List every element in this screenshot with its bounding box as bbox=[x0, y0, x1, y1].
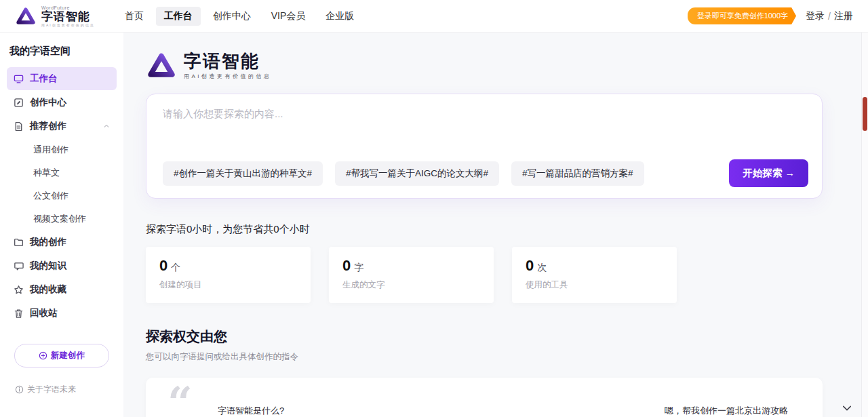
stat-label: 创建的项目 bbox=[159, 279, 297, 291]
promo-button[interactable]: 登录即可享免费创作1000字 bbox=[688, 7, 796, 24]
nav-right: 登录即可享免费创作1000字 登录 / 注册 bbox=[688, 7, 853, 24]
sidebar-item-label: 回收站 bbox=[30, 307, 58, 319]
sidebar-item-my-creations[interactable]: 我的创作 bbox=[7, 231, 117, 254]
stat-card-words: 0 字 生成的文字 bbox=[329, 247, 494, 303]
explore-section-title: 探索权交由您 bbox=[146, 327, 868, 346]
auth-links: 登录 / 注册 bbox=[806, 10, 853, 22]
sidebar: 我的字语空间 工作台 创作中心 推荐创作 通用创作 种草文 公文创作 视频文案创 bbox=[0, 33, 123, 417]
sidebar-subitem-general[interactable]: 通用创作 bbox=[7, 138, 117, 161]
example-answer[interactable]: 嗯，帮我创作一篇北京出游攻略 bbox=[665, 405, 788, 417]
page: WordFuture 字语智能 用AI创造更有价值的信息 首页 工作台 创作中心… bbox=[0, 0, 868, 417]
sidebar-item-favorites[interactable]: 我的收藏 bbox=[7, 278, 117, 301]
sidebar-subitem-seeding[interactable]: 种草文 bbox=[7, 161, 117, 184]
new-creation-button[interactable]: 新建创作 bbox=[14, 344, 109, 368]
stat-card-projects: 0 个 创建的项目 bbox=[146, 247, 311, 303]
stat-card-tools: 0 次 使用的工具 bbox=[512, 247, 677, 303]
sidebar-item-label: 推荐创作 bbox=[30, 120, 66, 132]
brand-super: WordFuture bbox=[41, 5, 95, 10]
hero-logo-icon bbox=[146, 50, 177, 81]
stat-label: 生成的文字 bbox=[342, 279, 480, 291]
sidebar-item-workbench[interactable]: 工作台 bbox=[7, 67, 117, 90]
brand-logo[interactable]: WordFuture 字语智能 用AI创造更有价值的信息 bbox=[15, 5, 95, 27]
stats-summary: 探索字语0小时，为您节省共0个小时 bbox=[146, 223, 868, 236]
sidebar-subitem-video-copy[interactable]: 视频文案创作 bbox=[7, 207, 117, 231]
nav-item-vip[interactable]: VIP会员 bbox=[263, 7, 314, 26]
suggestion-chip[interactable]: #创作一篇关于黄山出游的种草文# bbox=[163, 161, 323, 186]
monitor-icon bbox=[14, 74, 24, 84]
sidebar-item-recycle-bin[interactable]: 回收站 bbox=[7, 302, 117, 325]
nav-item-workbench[interactable]: 工作台 bbox=[156, 7, 201, 26]
example-question: 字语智能是什么? bbox=[218, 405, 284, 417]
plus-circle-icon bbox=[39, 351, 47, 360]
suggestion-chip[interactable]: #写一篇甜品店的营销方案# bbox=[511, 161, 644, 186]
nav-item-home[interactable]: 首页 bbox=[117, 7, 152, 26]
login-link[interactable]: 登录 bbox=[806, 10, 825, 22]
sidebar-item-creation-center[interactable]: 创作中心 bbox=[7, 91, 117, 114]
stat-cards: 0 个 创建的项目 0 字 生成的文字 0 次 使用的工具 bbox=[146, 247, 868, 303]
star-icon bbox=[14, 285, 24, 295]
sidebar-item-label: 我的创作 bbox=[30, 236, 66, 248]
hero-tagline: 用AI创造更有价值的信息 bbox=[184, 73, 272, 80]
main-content: 字语智能 用AI创造更有价值的信息 #创作一篇关于黄山出游的种草文# #帮我写一… bbox=[123, 33, 868, 417]
quote-icon: “ bbox=[167, 383, 193, 417]
chat-bubble-icon bbox=[14, 261, 24, 271]
nav-menu: 首页 工作台 创作中心 VIP会员 企业版 bbox=[117, 7, 363, 26]
stat-unit: 个 bbox=[171, 262, 180, 274]
stat-label: 使用的工具 bbox=[526, 279, 663, 291]
trash-icon bbox=[14, 309, 24, 319]
suggestion-chips: #创作一篇关于黄山出游的种草文# #帮我写一篇关于AIGC的论文大纲# #写一篇… bbox=[163, 159, 808, 187]
scrollbar-thumb[interactable] bbox=[863, 97, 867, 131]
brand-tagline-small: 用AI创造更有价值的信息 bbox=[41, 24, 95, 27]
stat-unit: 字 bbox=[354, 262, 363, 274]
example-prompt-card: “ 字语智能是什么? 嗯，帮我创作一篇北京出游攻略 bbox=[146, 378, 823, 417]
search-panel: #创作一篇关于黄山出游的种草文# #帮我写一篇关于AIGC的论文大纲# #写一篇… bbox=[146, 94, 823, 199]
sidebar-subitem-official[interactable]: 公文创作 bbox=[7, 184, 117, 207]
scrollbar-track[interactable] bbox=[861, 33, 868, 417]
stat-value: 0 bbox=[159, 257, 167, 275]
about-label: 关于字语未来 bbox=[27, 384, 76, 395]
stat-unit: 次 bbox=[537, 262, 547, 274]
info-circle-icon bbox=[15, 385, 24, 394]
nav-item-creation-center[interactable]: 创作中心 bbox=[205, 7, 259, 26]
hero-logo: 字语智能 用AI创造更有价值的信息 bbox=[146, 50, 868, 81]
stat-value: 0 bbox=[526, 257, 534, 275]
sidebar-item-my-knowledge[interactable]: 我的知识 bbox=[7, 254, 117, 277]
edit-icon bbox=[14, 98, 24, 108]
folder-icon bbox=[14, 237, 24, 247]
document-icon bbox=[14, 121, 24, 132]
auth-divider: / bbox=[828, 11, 831, 22]
sidebar-item-label: 我的知识 bbox=[30, 260, 66, 272]
sidebar-title: 我的字语空间 bbox=[7, 42, 117, 67]
register-link[interactable]: 注册 bbox=[834, 10, 853, 22]
sidebar-item-label: 创作中心 bbox=[30, 96, 66, 108]
sidebar-item-recommended[interactable]: 推荐创作 bbox=[7, 115, 117, 138]
chevron-up-icon[interactable] bbox=[103, 123, 110, 130]
explore-section-subtitle: 您可以向字语提问或给出具体创作的指令 bbox=[146, 351, 868, 363]
navbar: WordFuture 字语智能 用AI创造更有价值的信息 首页 工作台 创作中心… bbox=[0, 0, 868, 33]
nav-item-enterprise[interactable]: 企业版 bbox=[317, 7, 362, 26]
brand-name: 字语智能 bbox=[41, 11, 95, 22]
about-link[interactable]: 关于字语未来 bbox=[15, 384, 76, 395]
sidebar-item-label: 我的收藏 bbox=[30, 283, 66, 296]
new-creation-label: 新建创作 bbox=[51, 350, 85, 361]
explore-button[interactable]: 开始探索 → bbox=[729, 159, 808, 187]
chevron-down-icon[interactable] bbox=[842, 402, 852, 414]
stat-value: 0 bbox=[342, 257, 351, 275]
hero-title: 字语智能 bbox=[184, 52, 272, 71]
search-input[interactable] bbox=[163, 108, 806, 150]
sidebar-item-label: 工作台 bbox=[30, 73, 58, 85]
suggestion-chip[interactable]: #帮我写一篇关于AIGC的论文大纲# bbox=[335, 161, 499, 186]
brand-logo-icon bbox=[15, 5, 37, 27]
